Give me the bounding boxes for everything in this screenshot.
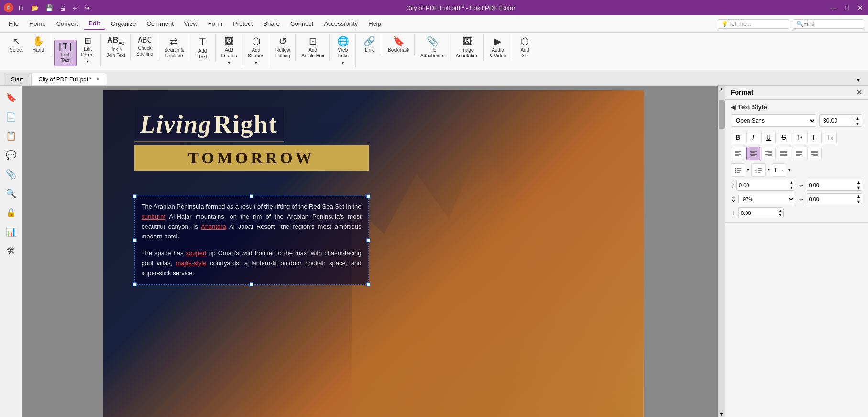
new-icon[interactable]: 🗋 — [16, 3, 26, 12]
italic-button[interactable]: I — [746, 131, 760, 144]
menu-accessibility[interactable]: Accessibility — [319, 18, 363, 29]
maximize-button[interactable]: □ — [843, 4, 851, 11]
baseline-spinner[interactable]: ▲ ▼ — [777, 208, 783, 218]
pdf-canvas[interactable]: Living Right TOMORROW The Arabian Peni — [22, 86, 725, 417]
menu-share[interactable]: Share — [258, 18, 285, 29]
align-left-button[interactable] — [731, 147, 745, 160]
pdf-text-box-selected[interactable]: The Arabian Peninsula formed as a result… — [134, 196, 369, 285]
redo-icon[interactable]: ↪ — [83, 3, 92, 12]
find-input[interactable] — [803, 21, 861, 27]
align-justify-right-button[interactable] — [807, 147, 822, 160]
tab-start[interactable]: Start — [4, 73, 30, 85]
line-spacing-spinner[interactable]: ▲ ▼ — [789, 180, 795, 190]
line-spacing-up[interactable]: ▲ — [790, 180, 794, 185]
scrollbar-thumb[interactable] — [719, 100, 725, 129]
list-ordered-dropdown[interactable]: ▼ — [767, 163, 771, 177]
add-text-button[interactable]: T AddText — [192, 34, 213, 62]
handle-bot-mid[interactable] — [250, 282, 253, 286]
sidebar-attachments-icon[interactable]: 📎 — [3, 166, 19, 182]
font-size-spinner[interactable]: ▲ ▼ — [853, 115, 862, 126]
handle-bot-left[interactable] — [133, 282, 137, 286]
unordered-list-button[interactable] — [731, 163, 745, 177]
menu-comment[interactable]: Comment — [142, 18, 178, 29]
menu-organize[interactable]: Organize — [106, 18, 141, 29]
align-justify-left-button[interactable] — [792, 147, 806, 160]
vertical-scrollbar[interactable]: ▲ ▼ — [718, 86, 725, 417]
scroll-up-arrow[interactable]: ▲ — [718, 86, 725, 92]
ordered-list-button[interactable]: 1.2.3. — [751, 163, 766, 177]
bold-button[interactable]: B — [731, 131, 745, 144]
menu-protect[interactable]: Protect — [228, 18, 257, 29]
sidebar-pages-icon[interactable]: 📄 — [3, 109, 19, 125]
align-justify-button[interactable] — [777, 147, 791, 160]
menu-form[interactable]: Form — [203, 18, 227, 29]
line-spacing-down[interactable]: ▼ — [790, 185, 794, 190]
strikethrough-button[interactable]: S — [777, 131, 791, 144]
web-links-button[interactable]: 🌐 WebLinks ▼ — [332, 34, 353, 67]
add-article-box-button[interactable]: ⊡ AddArticle Box — [298, 34, 327, 61]
char-spacing-up[interactable]: ▲ — [857, 180, 861, 185]
char-spacing-input[interactable] — [807, 181, 856, 190]
char-spacing-spinner[interactable]: ▲ ▼ — [856, 180, 862, 190]
select-button[interactable]: ↖ Select — [6, 34, 27, 55]
add-shapes-button[interactable]: ⬡ AddShapes ▼ — [245, 34, 267, 67]
menu-home[interactable]: Home — [24, 18, 51, 29]
image-annotation-button[interactable]: 🖼 ImageAnnotation — [453, 34, 482, 61]
tab-pdf[interactable]: City of PDF Full.pdf * ✕ — [31, 73, 107, 85]
subscript-button[interactable]: T- — [807, 131, 822, 144]
handle-bot-right[interactable] — [366, 282, 370, 286]
audio-video-button[interactable]: ▶ Audio& Video — [487, 34, 509, 61]
sidebar-search-icon[interactable]: 🔍 — [3, 185, 19, 202]
horiz-scale-spinner[interactable]: ▲ ▼ — [856, 194, 862, 204]
print-icon[interactable]: 🖨 — [58, 3, 68, 12]
reflow-button[interactable]: ↺ ReflowEditing — [272, 34, 293, 61]
link-join-button[interactable]: ABAC Link &Join Text — [104, 34, 128, 60]
tell-me-search[interactable]: 💡 — [718, 19, 789, 29]
hand-button[interactable]: ✋ Hand — [28, 34, 49, 55]
word-spacing-select[interactable]: 97% — [739, 194, 795, 204]
sidebar-bookmark-icon[interactable]: 🔖 — [3, 90, 19, 106]
sidebar-comments-icon[interactable]: 💬 — [3, 147, 19, 163]
menu-file[interactable]: File — [4, 18, 23, 29]
tell-me-input[interactable] — [728, 21, 786, 27]
text-style-heading[interactable]: ◀ Text Style — [731, 103, 862, 111]
tab-pdf-close[interactable]: ✕ — [96, 76, 100, 82]
handle-top-right[interactable] — [366, 194, 370, 198]
underline-button[interactable]: U — [761, 131, 776, 144]
add-3d-button[interactable]: ⬡ Add3D — [514, 34, 535, 61]
handle-top-left[interactable] — [133, 194, 137, 198]
font-size-down[interactable]: ▼ — [855, 121, 860, 126]
menu-view[interactable]: View — [179, 18, 202, 29]
char-spacing-down[interactable]: ▼ — [857, 185, 861, 190]
sidebar-lock-icon[interactable]: 🔒 — [3, 204, 19, 221]
minimize-button[interactable]: ─ — [830, 4, 837, 11]
add-images-button[interactable]: 🖼 AddImages ▼ — [219, 34, 240, 67]
handle-mid-left[interactable] — [133, 238, 137, 242]
edit-text-button[interactable]: |T| EditText — [54, 40, 77, 66]
handle-mid-right[interactable] — [366, 238, 370, 242]
font-size-input[interactable] — [820, 115, 853, 126]
horiz-scale-down[interactable]: ▼ — [857, 199, 861, 204]
link-button[interactable]: 🔗 Link — [359, 34, 380, 55]
undo-icon[interactable]: ↩ — [71, 3, 80, 12]
baseline-up[interactable]: ▲ — [778, 208, 782, 213]
more-format-button[interactable]: Tx — [823, 131, 837, 144]
open-icon[interactable]: 📂 — [29, 3, 41, 12]
superscript-button[interactable]: T+ — [792, 131, 806, 144]
font-size-up[interactable]: ▲ — [855, 115, 860, 121]
indent-dropdown[interactable]: ▼ — [787, 163, 791, 177]
menu-connect[interactable]: Connect — [286, 18, 318, 29]
sidebar-tools-icon[interactable]: 🛠 — [3, 243, 19, 259]
text-indent-button[interactable]: T→ — [772, 163, 786, 177]
list-dropdown[interactable]: ▼ — [746, 163, 750, 177]
tab-overflow-arrow[interactable]: ▼ — [853, 75, 864, 85]
bookmark-button[interactable]: 🔖 Bookmark — [385, 34, 412, 55]
menu-edit[interactable]: Edit — [84, 18, 105, 30]
sidebar-stats-icon[interactable]: 📊 — [3, 224, 19, 240]
baseline-down[interactable]: ▼ — [778, 213, 782, 218]
menu-help[interactable]: Help — [363, 18, 386, 29]
check-spelling-button[interactable]: ABC CheckSpelling — [133, 34, 156, 59]
close-button[interactable]: ✕ — [857, 4, 864, 11]
edit-object-button[interactable]: ⊞ EditObject ▼ — [77, 34, 99, 66]
save-icon[interactable]: 💾 — [44, 3, 55, 12]
